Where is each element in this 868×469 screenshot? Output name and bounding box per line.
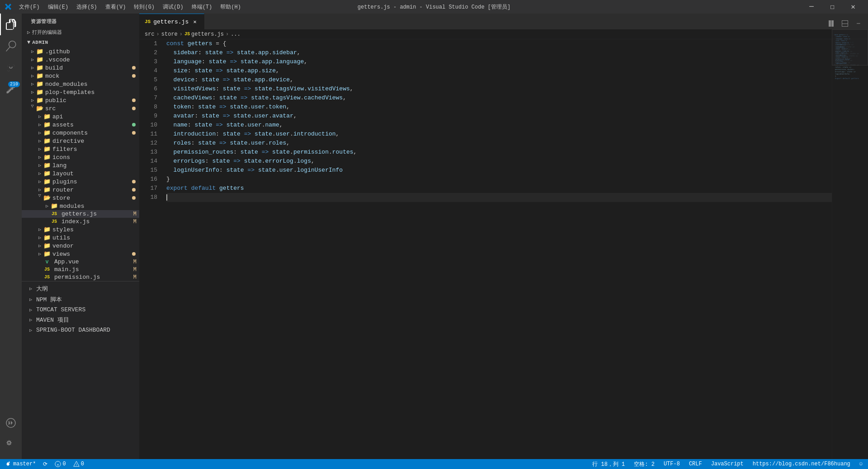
tree-item-directive[interactable]: ▷ 📁 directive — [22, 137, 139, 145]
folder-arrow: ▷ — [37, 194, 42, 202]
code-line-3: language: state => state.app.language, — [166, 57, 832, 66]
code-line-6: visitedViews: state => state.tagsView.vi… — [166, 84, 832, 94]
tree-item-permissionjs[interactable]: ▷ JS permission.js M — [22, 273, 139, 281]
tree-item-styles[interactable]: ▷ 📁 styles — [22, 225, 139, 234]
tree-item-lang[interactable]: ▷ 📁 lang — [22, 161, 139, 169]
menu-edit[interactable]: 编辑(E) — [44, 2, 72, 12]
breadcrumb-file[interactable]: JS getters.js — [184, 31, 224, 38]
tree-item-src[interactable]: ▷ 📂 src — [22, 104, 139, 113]
tree-item-icons[interactable]: ▷ 📁 icons — [22, 153, 139, 161]
spring-boot-section[interactable]: ▷ SPRING-BOOT DASHBOARD — [22, 325, 139, 335]
activity-run[interactable] — [0, 412, 22, 434]
activity-explorer[interactable] — [0, 14, 22, 35]
text-cursor — [166, 194, 167, 201]
tab-getters-js[interactable]: JS getters.js ✕ — [139, 14, 204, 29]
section-arrow: ▷ — [27, 317, 34, 323]
toggle-panel-button[interactable] — [839, 18, 851, 29]
language-mode[interactable]: JavaScript — [709, 459, 745, 469]
folder-open-icon: 📂 — [43, 194, 51, 202]
cursor-position[interactable]: 行 18，列 1 — [590, 459, 627, 469]
tree-item-appvue[interactable]: ▷ V App.vue M — [22, 258, 139, 266]
open-editors-section[interactable]: ▷ 打开的编辑器 — [22, 27, 139, 38]
tomcat-section[interactable]: ▷ TOMCAT SERVERS — [22, 305, 139, 314]
maven-section[interactable]: ▷ MAVEN 项目 — [22, 314, 139, 325]
minimap: const getters = { sidebar: state => lang… — [832, 39, 868, 459]
folder-arrow: ▷ — [30, 105, 35, 112]
more-actions-button[interactable]: ⋯ — [853, 18, 864, 29]
activity-search[interactable] — [0, 35, 22, 57]
tree-item-node-modules[interactable]: ▷ 📁 node_modules — [22, 80, 139, 88]
menu-goto[interactable]: 转到(G) — [130, 2, 158, 12]
tree-item-plugins[interactable]: ▷ 📁 plugins — [22, 178, 139, 186]
folder-arrow: ▷ — [36, 251, 43, 257]
code-editor[interactable]: const getters = { sidebar: state => stat… — [162, 39, 832, 459]
tree-item-vscode[interactable]: ▷ 📁 .vscode — [22, 56, 139, 64]
tree-item-plop[interactable]: ▷ 📁 plop-templates — [22, 88, 139, 96]
section-arrow: ▷ — [27, 328, 34, 333]
tree-item-views[interactable]: ▷ 📁 views — [22, 250, 139, 258]
minimize-button[interactable]: ─ — [801, 0, 822, 14]
folder-arrow: ▷ — [29, 98, 36, 103]
title-bar-menu[interactable]: 文件(F) 编辑(E) 选择(S) 查看(V) 转到(G) 调试(D) 终端(T… — [15, 2, 245, 12]
tree-item-github[interactable]: ▷ 📁 .github — [22, 47, 139, 56]
tree-item-filters[interactable]: ▷ 📁 filters — [22, 145, 139, 153]
tree-item-mock[interactable]: ▷ 📁 mock — [22, 72, 139, 80]
tree-item-modules[interactable]: ▷ 📁 modules — [22, 202, 139, 210]
menu-file[interactable]: 文件(F) — [15, 2, 43, 12]
code-line-18 — [166, 193, 832, 202]
activity-settings[interactable] — [0, 434, 22, 455]
tree-item-store[interactable]: ▷ 📂 store — [22, 194, 139, 202]
git-branch[interactable]: master* — [4, 459, 38, 469]
tree-item-utils[interactable]: ▷ 📁 utils — [22, 234, 139, 242]
tree-item-assets[interactable]: ▷ 📁 assets — [22, 121, 139, 129]
file-js-icon: JS — [43, 275, 51, 280]
tree-item-router[interactable]: ▷ 📁 router — [22, 186, 139, 194]
encoding[interactable]: UTF-8 — [662, 459, 682, 469]
menu-view[interactable]: 查看(V) — [102, 2, 130, 12]
code-line-5: device: state => state.app.device, — [166, 75, 832, 84]
extensions-badge: 210 — [8, 81, 20, 87]
title-bar-left: 文件(F) 编辑(E) 选择(S) 查看(V) 转到(G) 调试(D) 终端(T… — [5, 2, 245, 12]
tree-item-layout[interactable]: ▷ 📁 layout — [22, 169, 139, 178]
blog-link[interactable]: https://blog.csdn.net/F86huang — [751, 459, 852, 469]
tree-item-public[interactable]: ▷ 📁 public — [22, 96, 139, 104]
code-line-8: token: state => state.user.token, — [166, 103, 832, 112]
menu-select[interactable]: 选择(S) — [73, 2, 101, 12]
tree-item-index[interactable]: ▷ JS index.js M — [22, 218, 139, 225]
tree-item-getters[interactable]: ▷ JS getters.js M — [22, 210, 139, 218]
tree-item-api[interactable]: ▷ 📁 api — [22, 113, 139, 121]
errors-count[interactable]: ✕ 0 — [53, 459, 67, 469]
maximize-button[interactable]: ☐ — [822, 0, 843, 14]
tree-item-mainjs[interactable]: ▷ JS main.js M — [22, 266, 139, 273]
outline-section[interactable]: ▷ 大纲 — [22, 283, 139, 294]
tree-item-vendor[interactable]: ▷ 📁 vendor — [22, 242, 139, 250]
activity-extensions[interactable]: 210 — [0, 79, 22, 100]
warnings-count[interactable]: ! 0 — [71, 459, 86, 469]
code-line-12: roles: state => state.user.roles, — [166, 139, 832, 148]
npm-section[interactable]: ▷ NPM 脚本 — [22, 294, 139, 305]
breadcrumb-more[interactable]: ... — [231, 31, 241, 38]
tree-item-components[interactable]: ▷ 📁 components — [22, 129, 139, 137]
minimap-thumbnail: const getters = { sidebar: state => lang… — [832, 29, 868, 66]
activity-source-control[interactable] — [0, 57, 22, 79]
window-controls[interactable]: ─ ☐ ✕ — [801, 0, 863, 14]
section-arrow: ▷ — [27, 297, 34, 302]
menu-terminal[interactable]: 终端(T) — [188, 2, 216, 12]
menu-help[interactable]: 帮助(H) — [217, 2, 245, 12]
folder-icon: 📁 — [43, 226, 51, 233]
feedback-icon[interactable]: ☺ — [858, 459, 864, 469]
menu-debug[interactable]: 调试(D) — [159, 2, 187, 12]
tab-close-button[interactable]: ✕ — [191, 18, 198, 25]
modified-dot — [132, 188, 136, 192]
project-section[interactable]: ▼ ADMIN — [22, 38, 139, 47]
line-ending[interactable]: CRLF — [687, 459, 704, 469]
close-button[interactable]: ✕ — [843, 0, 863, 14]
breadcrumb-src[interactable]: src — [145, 31, 155, 38]
folder-icon: 📁 — [36, 89, 43, 96]
modified-dot — [132, 74, 136, 78]
indentation[interactable]: 空格: 2 — [632, 459, 656, 469]
breadcrumb-store[interactable]: store — [161, 31, 178, 38]
split-editor-button[interactable] — [826, 18, 837, 29]
tree-item-build[interactable]: ▷ 📁 build — [22, 64, 139, 72]
sync-button[interactable]: ⟳ — [41, 459, 49, 469]
